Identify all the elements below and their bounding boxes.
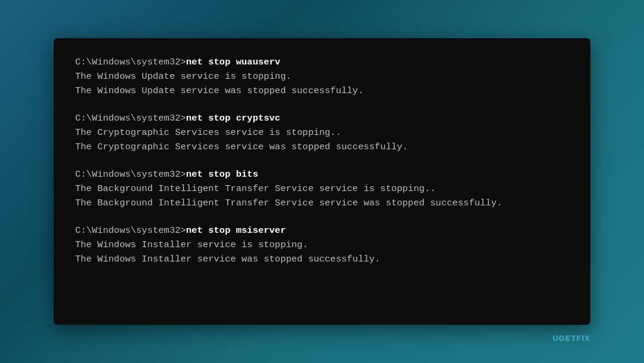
terminal-wrapper: C:\Windows\system32>net stop wuauserv Th… [54,38,590,325]
terminal-window: C:\Windows\system32>net stop wuauserv Th… [54,38,590,325]
watermark: UGETFIX [553,334,590,343]
output-3-1: The Background Intelligent Transfer Serv… [75,182,569,196]
output-3-2: The Background Intelligent Transfer Serv… [75,196,569,210]
terminal-content: C:\Windows\system32>net stop wuauserv Th… [75,55,569,266]
cmd-block-1: C:\Windows\system32>net stop wuauserv Th… [75,55,569,98]
cmd-line-2: C:\Windows\system32>net stop cryptsvc [75,111,569,125]
prompt-4: C:\Windows\system32> [75,225,186,236]
command-3: net stop bits [186,169,258,180]
watermark-highlight: GET [559,334,577,343]
watermark-suffix: FIX [577,334,590,343]
prompt-2: C:\Windows\system32> [75,113,186,124]
cmd-block-2: C:\Windows\system32>net stop cryptsvc Th… [75,111,569,154]
cmd-line-1: C:\Windows\system32>net stop wuauserv [75,55,569,69]
watermark-prefix: U [553,334,559,343]
prompt-3: C:\Windows\system32> [75,169,186,180]
command-1: net stop wuauserv [186,57,280,67]
cmd-line-4: C:\Windows\system32>net stop msiserver [75,223,569,238]
command-2: net stop cryptsvc [186,113,280,124]
output-1-2: The Windows Update service was stopped s… [75,84,569,98]
command-4: net stop msiserver [186,225,286,236]
cmd-line-3: C:\Windows\system32>net stop bits [75,167,569,182]
output-4-2: The Windows Installer service was stoppe… [75,252,569,266]
output-4-1: The Windows Installer service is stoppin… [75,238,569,252]
prompt-1: C:\Windows\system32> [75,57,186,67]
cmd-block-3: C:\Windows\system32>net stop bits The Ba… [75,167,569,210]
cmd-block-4: C:\Windows\system32>net stop msiserver T… [75,223,569,266]
output-2-1: The Cryptographic Services service is st… [75,125,569,140]
output-2-2: The Cryptographic Services service was s… [75,140,569,154]
output-1-1: The Windows Update service is stopping. [75,69,569,84]
